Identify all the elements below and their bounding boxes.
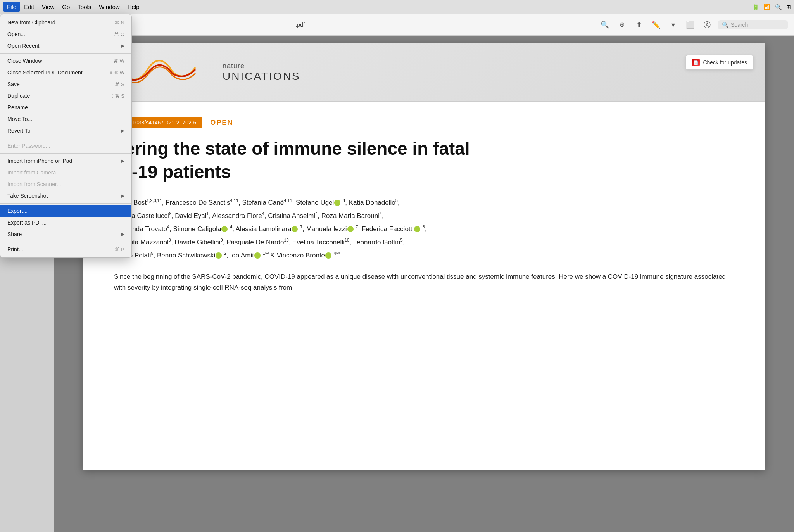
menu-item-label: Import from iPhone or iPad (7, 158, 72, 164)
annotate-button[interactable]: ✏️ (650, 19, 662, 31)
menu-help[interactable]: Help (124, 2, 143, 12)
menu-divider-4 (0, 203, 131, 204)
menu-item-label: Print... (7, 246, 23, 252)
menu-item-label: Rename... (7, 104, 33, 111)
sidebar-toggle[interactable]: ⬜ (684, 19, 696, 31)
menu-item-save[interactable]: Save ⌘ S (0, 78, 131, 90)
share-button[interactable]: ⬆ (633, 19, 645, 31)
menu-item-shortcut: ⇧⌘ S (110, 93, 124, 99)
menu-item-shortcut: ⌘ P (115, 247, 124, 252)
annotate-dropdown[interactable]: ▾ (667, 19, 679, 31)
menu-item-shortcut: ⌘ W (113, 58, 124, 64)
menu-item-move-to[interactable]: Move To... (0, 113, 131, 125)
menu-item-label: Open Recent (7, 43, 40, 49)
submenu-arrow: ▶ (121, 128, 124, 133)
abstract-text: Since the beginning of the SARS-CoV-2 pa… (114, 271, 734, 294)
menu-tools[interactable]: Tools (74, 2, 95, 12)
menu-item-label: Duplicate (7, 93, 30, 99)
menu-file[interactable]: File (3, 2, 20, 12)
menu-item-close-window[interactable]: Close Window ⌘ W (0, 55, 131, 67)
menu-item-label: Export as PDF... (7, 219, 47, 226)
menu-item-share[interactable]: Share ▶ (0, 228, 131, 240)
doi-section: g/10.1038/s41467-021-21702-6 OPEN (114, 117, 734, 128)
menu-item-label: Move To... (7, 116, 32, 122)
menu-item-label: Import from Camera... (7, 169, 60, 176)
check-updates-button[interactable]: 📄 Check for updates (685, 55, 754, 70)
menu-item-label: Open... (7, 31, 25, 37)
menu-item-open[interactable]: Open... ⌘ O (0, 28, 131, 40)
menu-item-label: Export... (7, 208, 28, 214)
menu-view[interactable]: View (38, 2, 58, 12)
menu-bar: File Edit View Go Tools Window Help 🔋 📶 … (0, 0, 794, 14)
search-box[interactable]: 🔍 Search (718, 20, 788, 29)
menu-item-shortcut: ⌘ O (114, 31, 124, 37)
menu-item-label: Save (7, 81, 20, 87)
menu-item-label: Close Selected PDF Document (7, 69, 83, 76)
zoom-in-button[interactable]: ⊕ (616, 19, 628, 31)
submenu-arrow: ▶ (121, 193, 124, 199)
menu-item-new-clipboard[interactable]: New from Clipboard ⌘ N (0, 17, 131, 28)
journal-name: nature UNICATIONS (223, 62, 300, 83)
readdle-icon: 📄 (692, 59, 700, 66)
menu-item-label: Take Screenshot (7, 193, 48, 199)
file-dropdown-menu: New from Clipboard ⌘ N Open... ⌘ O Open … (0, 14, 132, 258)
toolbar-title: .pdf (295, 22, 304, 28)
article-title: hering the state of immune silence in fa… (114, 137, 734, 184)
search-icon[interactable]: 🔍 (775, 4, 782, 10)
menu-item-password: Enter Password... (0, 140, 131, 152)
open-access-badge: OPEN (210, 119, 233, 127)
menu-item-label: Close Window (7, 58, 42, 64)
menu-item-label: Share (7, 231, 22, 237)
menu-item-label: Import from Scanner... (7, 181, 61, 187)
menu-item-print[interactable]: Print... ⌘ P (0, 244, 131, 255)
zoom-out-button[interactable]: 🔍 (599, 19, 611, 31)
search-placeholder: Search (731, 22, 748, 28)
menu-divider-3 (0, 153, 131, 154)
system-icons: 🔋 📶 🔍 ⊞ (753, 4, 791, 10)
authors-section: Pierre Bost1,2,3,11, Francesco De Sancti… (114, 196, 734, 262)
menu-item-label: New from Clipboard (7, 19, 55, 26)
menu-item-shortcut: ⇧⌘ W (109, 70, 124, 76)
search-icon-small: 🔍 (722, 22, 728, 28)
pdf-page: 📄 Check for updates nature UNICATIONS (83, 43, 765, 470)
menu-item-close-pdf[interactable]: Close Selected PDF Document ⇧⌘ W (0, 67, 131, 78)
menu-item-take-screenshot[interactable]: Take Screenshot ▶ (0, 190, 131, 202)
menu-window[interactable]: Window (95, 2, 123, 12)
menu-go[interactable]: Go (58, 2, 74, 12)
menu-item-import-scanner: Import from Scanner... (0, 178, 131, 190)
menu-item-shortcut: ⌘ N (114, 20, 124, 26)
menu-item-open-recent[interactable]: Open Recent ▶ (0, 40, 131, 52)
menu-item-export-pdf[interactable]: Export as PDF... (0, 217, 131, 228)
menu-item-import-iphone[interactable]: Import from iPhone or iPad ▶ (0, 155, 131, 167)
wifi-icon: 📶 (764, 4, 770, 10)
menu-divider-5 (0, 242, 131, 242)
journal-header: nature UNICATIONS (83, 43, 765, 102)
submenu-arrow: ▶ (121, 43, 124, 48)
menu-item-import-camera: Import from Camera... (0, 167, 131, 178)
menu-item-shortcut: ⌘ S (115, 81, 124, 87)
battery-icon: 🔋 (753, 4, 759, 10)
submenu-arrow: ▶ (121, 231, 124, 237)
menu-divider-2 (0, 138, 131, 138)
check-updates-label: Check for updates (703, 59, 747, 66)
submenu-arrow: ▶ (121, 158, 124, 164)
menu-item-revert-to[interactable]: Revert To ▶ (0, 125, 131, 136)
info-button[interactable]: Ⓐ (701, 19, 713, 31)
menu-edit[interactable]: Edit (20, 2, 38, 12)
pdf-main-view: 📄 Check for updates nature UNICATIONS (54, 36, 794, 532)
menu-item-rename[interactable]: Rename... (0, 102, 131, 113)
menu-item-export[interactable]: Export... (0, 205, 131, 217)
control-center-icon[interactable]: ⊞ (786, 4, 791, 10)
menu-item-duplicate[interactable]: Duplicate ⇧⌘ S (0, 90, 131, 102)
menu-item-label: Revert To (7, 128, 31, 134)
menu-divider-1 (0, 53, 131, 54)
